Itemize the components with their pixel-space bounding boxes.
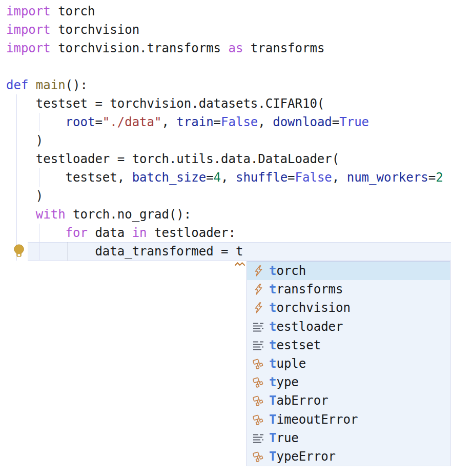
completion-item-label: tuple (269, 356, 306, 371)
code-token: main (36, 78, 66, 92)
code-token: torch.no_grad(): (66, 207, 192, 222)
code-line[interactable]: root="./data", train=False, download=Tru… (6, 113, 369, 131)
completion-item-label: transforms (269, 282, 343, 296)
class-icon (252, 394, 265, 407)
module-lightning-icon (252, 302, 265, 314)
code-token: train (176, 115, 213, 129)
code-token: False (295, 170, 332, 185)
code-token: , (161, 115, 176, 129)
completion-item[interactable]: True (247, 429, 450, 447)
code-token: testloader = torch.utils.data.DataLoader… (6, 152, 339, 166)
code-token: import (6, 23, 51, 37)
code-line[interactable]: testset, batch_size=4, shuffle=False, nu… (6, 168, 443, 187)
code-token: "./data" (102, 115, 162, 129)
code-token: , (221, 170, 236, 185)
class-icon (252, 376, 265, 388)
code-line[interactable]: testloader = torch.utils.data.DataLoader… (6, 150, 339, 168)
code-token (6, 207, 36, 222)
code-token: , (332, 170, 347, 185)
code-token (28, 78, 35, 92)
code-line[interactable]: ) (6, 187, 43, 205)
code-token: True (339, 115, 369, 129)
class-icon (252, 450, 265, 463)
autocomplete-popup[interactable]: torchtransformstorchvisiontestloadertest… (247, 261, 450, 466)
class-icon (252, 358, 265, 370)
code-token: = (332, 115, 339, 129)
completion-item[interactable]: transforms (247, 280, 450, 299)
code-token: root (66, 115, 95, 129)
code-line[interactable]: ) (6, 131, 43, 150)
code-token: = (428, 170, 436, 185)
completion-item[interactable]: testset (247, 336, 450, 354)
completion-item[interactable]: torchvision (247, 299, 450, 317)
code-token: in (132, 226, 147, 240)
code-token: 4 (214, 170, 221, 185)
completion-item-label: torch (269, 264, 306, 278)
completion-item[interactable]: torch (247, 262, 450, 280)
code-token: import (6, 4, 51, 18)
code-token: for (66, 226, 88, 240)
code-token: ) (6, 189, 43, 203)
completion-item-label: torchvision (269, 301, 351, 315)
code-editor[interactable]: import torchimport torchvisionimport tor… (0, 0, 451, 476)
code-token (6, 115, 66, 129)
code-token: False (221, 115, 258, 129)
code-token: (): (66, 78, 88, 92)
code-line[interactable]: import torchvision.transforms as transfo… (6, 39, 324, 57)
code-line[interactable]: with torch.no_grad(): (6, 205, 191, 224)
completion-item-label: True (269, 431, 299, 445)
completion-item-label: testset (269, 338, 321, 352)
code-line[interactable]: import torch (6, 2, 95, 21)
code-token: data_transformed = t (6, 244, 243, 259)
module-lightning-icon (252, 265, 265, 277)
variable-lines-icon (252, 432, 265, 444)
completion-item[interactable]: testloader (247, 318, 450, 336)
completion-item-label: TypeError (269, 449, 336, 464)
code-token: = (95, 115, 102, 129)
code-token: = (214, 115, 221, 129)
variable-lines-icon (252, 321, 265, 333)
code-token: batch_size (132, 170, 207, 185)
completion-item-label: type (269, 375, 299, 389)
completion-item-label: testloader (269, 320, 343, 334)
code-token: torch (51, 4, 95, 18)
code-token: testset, (6, 170, 132, 185)
code-token: transforms (243, 41, 324, 55)
code-token: torchvision.transforms (51, 41, 229, 55)
code-line[interactable]: testset = torchvision.datasets.CIFAR10( (6, 94, 324, 113)
code-token: shuffle (236, 170, 288, 185)
code-line[interactable]: for data in testloader: (6, 224, 236, 242)
completion-item[interactable]: tuple (247, 354, 450, 373)
code-token: data (88, 226, 132, 240)
code-token: = (288, 170, 295, 185)
code-token: import (6, 41, 51, 55)
completion-item[interactable]: type (247, 373, 450, 391)
code-token: torchvision (51, 23, 139, 37)
completion-item[interactable]: TimeoutError (247, 410, 450, 429)
completion-item-label: TabError (269, 393, 329, 408)
code-token: ) (6, 133, 43, 148)
code-token (6, 226, 66, 240)
code-token: num_workers (347, 170, 428, 185)
module-lightning-icon (252, 283, 265, 295)
lightbulb-icon[interactable] (12, 243, 26, 259)
code-token: testset = torchvision.datasets.CIFAR10( (6, 96, 324, 111)
completion-item[interactable]: TabError (247, 391, 450, 410)
completion-item[interactable]: TypeError (247, 447, 450, 466)
code-token: , (258, 115, 273, 129)
code-line[interactable]: import torchvision (6, 21, 139, 39)
code-line[interactable]: def main(): (6, 76, 88, 94)
code-token: 2 (436, 170, 443, 185)
code-line[interactable]: data_transformed = t (6, 242, 243, 261)
code-token: = (206, 170, 213, 185)
warning-squiggle (235, 258, 245, 268)
code-token: with (36, 207, 66, 222)
code-token: download (273, 115, 332, 129)
code-token: testloader: (147, 226, 236, 240)
variable-lines-icon (252, 339, 265, 351)
code-token: def (6, 78, 28, 92)
code-token: as (228, 41, 243, 55)
class-icon (252, 413, 265, 426)
completion-item-label: TimeoutError (269, 412, 358, 427)
